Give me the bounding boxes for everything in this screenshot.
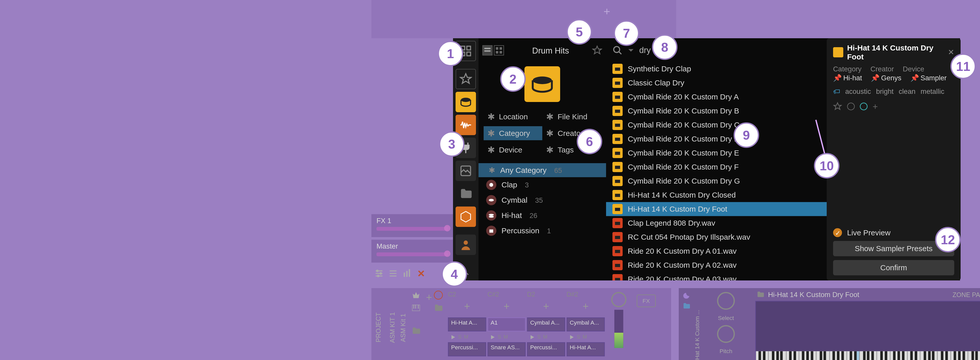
browser-tab-drums[interactable] [455,92,476,112]
piano-black-key[interactable] [924,351,926,360]
solo-button[interactable]: S [498,334,501,340]
tag-clean[interactable]: clean [899,87,915,95]
pad-add-button[interactable]: + [448,301,486,316]
view-grid-icon[interactable] [494,45,504,56]
piano-black-key[interactable] [763,351,766,360]
category-hihat[interactable]: Hi-hat 26 [479,208,606,223]
filter-device[interactable]: ✱Device [484,143,542,157]
tag-bright[interactable]: bright [876,87,894,95]
tag-acoustic[interactable]: acoustic [845,87,871,95]
piano-black-key[interactable] [850,351,853,360]
pad-cell[interactable]: Snare AS... [487,343,526,357]
piano-black-key[interactable] [872,351,874,360]
piano-black-key[interactable] [802,351,805,360]
pad-cell[interactable]: A1 [487,317,526,331]
piano-black-key[interactable] [781,351,783,360]
pad-cell[interactable]: Hi-Hat A... [566,343,605,357]
color-tag-2[interactable] [860,103,867,110]
view-list-icon[interactable] [482,45,493,56]
folder-open-icon[interactable] [434,303,443,312]
pad-cell[interactable]: Cymbal A... [527,317,565,331]
filter-location[interactable]: ✱Location [484,109,542,124]
piano-black-key[interactable] [832,351,835,360]
meta-device[interactable]: 📌Sampler [910,74,947,82]
check-icon[interactable]: ✓ [833,228,842,237]
piano-black-key[interactable] [928,351,931,360]
solo-button[interactable]: S [458,334,461,340]
pad-cell[interactable]: Cymbal A... [566,317,605,331]
fx-button[interactable]: FX [637,295,656,307]
piano-black-key[interactable] [880,351,883,360]
piano-black-key[interactable] [885,351,887,360]
piano-black-key[interactable] [807,351,809,360]
star-rating-icon[interactable] [833,102,842,111]
piano-black-key[interactable] [824,351,826,360]
category-any[interactable]: ✱ Any Category 65 [479,163,606,177]
moon-icon[interactable] [682,292,690,300]
piano-black-key[interactable] [958,351,961,360]
folder-icon[interactable] [757,291,764,298]
category-percussion[interactable]: Percussion 1 [479,223,606,238]
settings-icon[interactable] [374,268,384,279]
piano-black-key[interactable] [867,351,870,360]
filter-category[interactable]: ✱Category [484,126,542,140]
piano-black-key[interactable] [776,351,779,360]
select-knob[interactable] [717,292,735,310]
folder-icon[interactable] [682,302,690,310]
pad-cell[interactable]: Percussi... [448,343,486,357]
category-cymbal[interactable]: Cymbal 35 [479,192,606,208]
piano-black-key[interactable] [789,351,792,360]
piano-black-key[interactable] [854,351,857,360]
piano-black-key[interactable] [941,351,943,360]
piano-icon[interactable] [411,303,420,312]
list-icon[interactable] [388,268,398,279]
piano-black-key[interactable] [794,351,796,360]
piano-black-key[interactable] [897,351,900,360]
piano-black-key[interactable] [902,351,905,360]
piano-black-key[interactable] [954,351,956,360]
color-tag-1[interactable] [847,103,855,110]
mute-button[interactable]: M [582,334,587,340]
browser-tab-samples[interactable] [455,115,476,135]
add-tag-button[interactable]: + [873,101,878,112]
pad-add-button[interactable]: + [487,301,526,316]
meta-category[interactable]: 📌Hi-hat [833,74,862,82]
confirm-button[interactable]: Confirm [833,260,954,275]
solo-button[interactable]: S [537,334,541,340]
pad-cell[interactable]: Hi-Hat A... [448,317,486,331]
filter-filekind[interactable]: ✱File Kind [542,109,601,124]
add-track-button[interactable]: + [603,5,610,19]
piano-black-key[interactable] [932,351,935,360]
piano-black-key[interactable] [971,351,974,360]
pad-cell[interactable]: Percussi... [527,343,565,357]
piano-black-key[interactable] [963,351,965,360]
meta-creator[interactable]: 📌Genys [871,74,901,82]
play-icon[interactable] [450,334,455,339]
play-icon[interactable] [490,334,495,339]
solo-button[interactable]: S [577,334,580,340]
tag-metallic[interactable]: metallic [921,87,944,95]
close-icon[interactable] [416,268,426,279]
piano-black-key[interactable] [945,351,948,360]
power-button[interactable] [434,291,443,300]
search-dropdown-icon[interactable] [628,47,634,53]
pitch-knob[interactable] [717,325,735,343]
close-details-button[interactable]: ✕ [948,48,954,57]
piano-black-key[interactable] [772,351,775,360]
piano-black-key[interactable] [976,351,978,360]
piano-black-key[interactable] [915,351,918,360]
piano-black-key[interactable] [837,351,840,360]
mute-button[interactable]: M [504,334,508,340]
piano-black-key[interactable] [819,351,822,360]
piano-black-key[interactable] [841,351,844,360]
favorite-icon[interactable] [592,45,602,56]
browser-tab-files[interactable] [455,184,476,204]
play-icon[interactable] [530,334,535,339]
piano-area[interactable] [755,301,980,360]
piano-black-key[interactable] [911,351,913,360]
piano-black-key[interactable] [811,351,813,360]
category-clap[interactable]: Clap 3 [479,177,606,192]
pad-add-button[interactable]: + [527,301,565,316]
equalizer-icon[interactable] [402,268,412,279]
live-preview-label[interactable]: Live Preview [847,228,891,237]
